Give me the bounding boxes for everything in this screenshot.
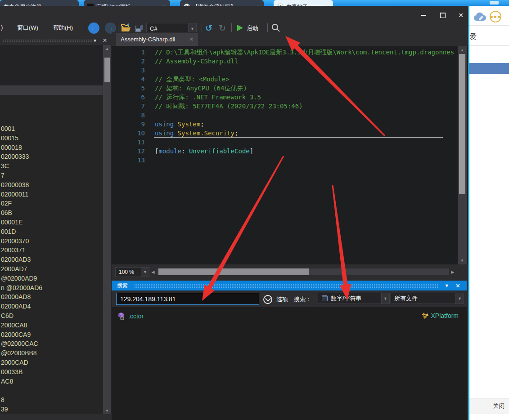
tree-item[interactable]: 02F — [1, 199, 101, 208]
search-result-row[interactable]: .cctor — [118, 312, 144, 320]
code-line[interactable]: 5// 架构: AnyCPU (64位优先) — [115, 84, 455, 93]
tree-item[interactable]: 02000AD8 — [1, 292, 101, 302]
tree-item[interactable]: @02000CAC — [1, 339, 101, 349]
line-text: // 架构: AnyCPU (64位优先) — [155, 84, 247, 93]
tree-item[interactable]: 02000AD4 — [1, 302, 101, 311]
navigate-back-button[interactable]: ← — [88, 22, 99, 34]
code-line[interactable]: 6// 运行库: .NET Framework 3.5 — [115, 93, 455, 102]
tree-item[interactable]: 2000371 — [1, 246, 101, 255]
scroll-right-icon[interactable]: ▶ — [450, 268, 456, 276]
editor-hscrollbar[interactable]: ◀ ▶ — [150, 268, 456, 276]
scroll-down-icon[interactable]: ▼ — [103, 408, 111, 413]
menu-item-help[interactable]: 帮助(H) — [53, 24, 73, 32]
menu-item-window[interactable]: 窗口(W) — [17, 24, 38, 32]
start-button-label[interactable]: 启动 — [247, 24, 258, 32]
code-line[interactable]: 12[module: UnverifiableCode] — [115, 147, 455, 156]
selected-list-item[interactable] — [469, 63, 509, 74]
document-tab[interactable]: Assembly-CSharp.dll ✕ — [116, 33, 198, 46]
tree-item[interactable]: 00033B — [1, 367, 101, 377]
scrollbar-thumb[interactable] — [158, 268, 309, 275]
browser-control-box[interactable] — [490, 1, 499, 4]
zoom-combo[interactable]: 100 % ▼ — [115, 267, 149, 277]
scrollbar-thumb[interactable] — [104, 58, 110, 82]
divider — [469, 45, 509, 46]
browser-tab[interactable]: W【海游交流社区】-...✕ — [180, 0, 264, 6]
close-dialog-button[interactable]: 关闭 — [493, 402, 504, 410]
code-line[interactable]: 1// D:\工具和组件\apk编辑器\ApkIDE最新3.3.5少月增强版\W… — [115, 48, 455, 57]
search-scope-combo[interactable]: 所有文件 ▼ — [391, 293, 464, 304]
chevron-down-icon — [265, 296, 271, 302]
menu-item-overflow[interactable]: ) — [1, 24, 3, 31]
minimize-button[interactable] — [416, 10, 431, 21]
browser-tab[interactable]: 龙之谷用户注册✕ — [0, 0, 79, 6]
options-expander-button[interactable] — [263, 295, 272, 304]
tree-item[interactable]: 7 — [1, 171, 101, 180]
tree-item[interactable]: n @02000AD6 — [1, 283, 101, 293]
tree-item[interactable]: 02000038 — [1, 180, 101, 190]
tree-item[interactable]: C6D — [1, 311, 101, 321]
code-line[interactable]: 4// 全局类型: <Module> — [115, 75, 455, 84]
tree-item[interactable]: 2000CA8 — [1, 321, 101, 330]
assembly-tree-panel: ▲ ▼ 000100015000018020003333C70200003802… — [0, 45, 112, 414]
tree-selected-row[interactable] — [0, 85, 103, 95]
line-number: 11 — [115, 138, 145, 147]
options-label[interactable]: 选项 — [276, 295, 288, 304]
code-line[interactable]: 8 — [115, 111, 455, 120]
code-line[interactable]: 13 — [115, 156, 455, 165]
tree-item[interactable] — [1, 386, 101, 395]
tree-item[interactable]: AC8 — [1, 377, 101, 386]
tree-item[interactable]: @02000AD9 — [1, 274, 101, 283]
editor-scrollbar[interactable]: ▲ ▼ — [458, 46, 467, 264]
scroll-up-icon[interactable]: ▲ — [103, 46, 111, 51]
code-editor[interactable]: 1// D:\工具和组件\apk编辑器\ApkIDE最新3.3.5少月增强版\W… — [112, 46, 468, 264]
tree-item[interactable]: 000018 — [1, 143, 101, 152]
tree-item[interactable]: @02000BB8 — [1, 349, 101, 358]
tree-item[interactable]: 02000CA9 — [1, 330, 101, 340]
code-line[interactable]: 2// Assembly-CSharp.dll — [115, 57, 455, 66]
result-location[interactable]: XPlatform — [421, 312, 459, 319]
tree-item[interactable]: 02000370 — [1, 237, 101, 246]
tree-item[interactable]: 00001E — [1, 218, 101, 227]
tree-panel-header[interactable]: ▼ ✕ — [0, 37, 112, 45]
tree-item[interactable]: 02000333 — [1, 152, 101, 161]
panel-close-button[interactable]: ✕ — [455, 282, 460, 289]
code-line[interactable]: 10using System.Security; — [115, 129, 455, 138]
tree-item[interactable]: 001D — [1, 227, 101, 237]
tree-item[interactable]: 06B — [1, 208, 101, 218]
panel-close-button[interactable]: ✕ — [103, 37, 107, 44]
browser-tab[interactable]: BT宝塔Linux面板✕ — [84, 0, 170, 6]
tree-item[interactable]: 2000AD7 — [1, 264, 101, 274]
tab-close-icon[interactable]: ✕ — [189, 36, 194, 42]
scroll-down-icon[interactable]: ▼ — [458, 258, 467, 263]
panel-menu-button[interactable]: ▼ — [93, 38, 97, 43]
search-type-combo[interactable]: 数字/字符串 ▼ — [318, 293, 390, 304]
tree-item[interactable]: 2000CAD — [1, 358, 101, 367]
search-panel-header[interactable]: 搜索 ▼ ✕ — [112, 281, 467, 290]
scroll-left-icon[interactable]: ◀ — [150, 268, 156, 276]
code-line[interactable]: 9using System; — [115, 120, 455, 129]
browser-tab[interactable]: W发表帖子 - 龙之谷✕ — [274, 0, 333, 6]
tree-item[interactable]: 00015 — [1, 134, 101, 143]
scroll-up-icon[interactable]: ▲ — [458, 47, 467, 53]
code-line[interactable]: 3 — [115, 66, 455, 75]
cloud-sync-icon[interactable] — [473, 12, 486, 24]
tree-item[interactable]: 0001 — [1, 124, 101, 134]
more-options-icon[interactable]: ●●● — [490, 11, 501, 22]
tree-item[interactable]: 8 — [1, 395, 101, 405]
tree-item[interactable]: 39 — [1, 405, 101, 414]
code-lines: 1// D:\工具和组件\apk编辑器\ApkIDE最新3.3.5少月增强版\W… — [115, 48, 455, 165]
maximize-button[interactable] — [436, 10, 450, 21]
tree-item[interactable]: 02000AD3 — [1, 255, 101, 264]
search-input[interactable]: 129.204.189.113:81 — [116, 293, 259, 305]
token-comment: // 运行库: .NET Framework 3.5 — [155, 94, 261, 101]
scrollbar-thumb[interactable] — [459, 54, 465, 194]
token-type: UnverifiableCode — [189, 147, 250, 155]
tree-item[interactable]: 02000011 — [1, 190, 101, 199]
tree-scrollbar[interactable]: ▲ ▼ — [103, 45, 111, 414]
code-line[interactable]: 7// 时间戳: 5E77EF4A (2020/3/22 23:05:46) — [115, 102, 455, 111]
number-string-icon — [322, 295, 328, 301]
tree-item[interactable]: 3C — [1, 161, 101, 171]
close-button[interactable]: ✕ — [454, 10, 468, 21]
panel-menu-button[interactable]: ▼ — [444, 283, 449, 288]
code-line[interactable]: 11 — [115, 138, 455, 147]
